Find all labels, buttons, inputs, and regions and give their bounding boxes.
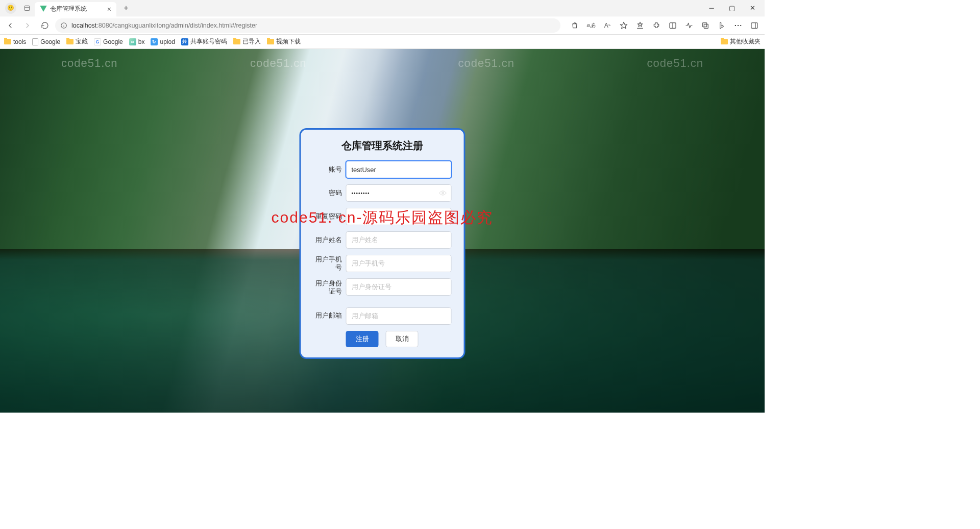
browser-window: 🙂 仓库管理系统 × + ─ ▢ ✕ localhost:8080/cangku… bbox=[0, 0, 765, 413]
bookmark-uplod[interactable]: ↻uplod bbox=[151, 38, 175, 45]
confirm-password-label: 重复密码 bbox=[313, 212, 346, 221]
maximize-button[interactable]: ▢ bbox=[722, 1, 742, 15]
svg-rect-0 bbox=[24, 6, 29, 10]
read-aloud-icon[interactable]: aあ bbox=[584, 18, 598, 33]
bookmarks-bar: tools Google 宝藏 GGoogle ∞bx ↻uplod 共共享账号… bbox=[0, 35, 765, 49]
extensions-icon[interactable] bbox=[649, 18, 664, 33]
bookmark-bx[interactable]: ∞bx bbox=[129, 38, 145, 45]
svg-marker-5 bbox=[620, 22, 627, 29]
bookmark-video-download[interactable]: 视频下载 bbox=[267, 37, 301, 46]
email-label: 用户邮箱 bbox=[313, 311, 346, 320]
new-tab-button[interactable]: + bbox=[119, 2, 133, 15]
sidebar-icon[interactable] bbox=[747, 18, 762, 33]
tab-title: 仓库管理系统 bbox=[50, 5, 87, 13]
close-window-button[interactable]: ✕ bbox=[742, 1, 763, 15]
navbar: localhost:8080/cangkuguanlixitong/admin/… bbox=[0, 16, 765, 35]
minimize-button[interactable]: ─ bbox=[701, 1, 722, 15]
page-content: code51.cn code51.cn code51.cn code51.cn … bbox=[0, 49, 765, 413]
eye-icon[interactable] bbox=[439, 189, 447, 197]
cancel-button[interactable]: 取消 bbox=[386, 331, 419, 347]
svg-rect-10 bbox=[704, 24, 708, 28]
more-menu-icon[interactable]: ⋯ bbox=[731, 18, 745, 33]
password-label: 密码 bbox=[313, 189, 346, 197]
forward-button[interactable] bbox=[20, 18, 35, 33]
close-tab-icon[interactable]: × bbox=[107, 5, 111, 13]
bookmark-google[interactable]: GGoogle bbox=[94, 38, 123, 45]
phone-input[interactable]: 用户手机号 bbox=[346, 255, 452, 272]
tab-overview-icon[interactable] bbox=[21, 3, 33, 14]
password-input[interactable]: •••••••• bbox=[346, 184, 452, 202]
browser-tab[interactable]: 仓库管理系统 × bbox=[35, 2, 116, 16]
form-title: 仓库管理系统注册 bbox=[313, 139, 452, 153]
name-label: 用户姓名 bbox=[313, 236, 346, 244]
bookmark-tools[interactable]: tools bbox=[4, 38, 26, 45]
account-label: 账号 bbox=[313, 165, 346, 174]
bing-icon[interactable] bbox=[715, 18, 729, 33]
phone-label: 用户手机号 bbox=[313, 255, 346, 272]
name-input[interactable]: 用户姓名 bbox=[346, 231, 452, 249]
svg-rect-11 bbox=[751, 22, 757, 28]
shopping-icon[interactable] bbox=[568, 18, 582, 33]
svg-point-13 bbox=[442, 192, 444, 194]
bookmark-other-favorites[interactable]: 其他收藏夹 bbox=[721, 37, 761, 46]
site-info-icon[interactable] bbox=[60, 22, 67, 29]
bookmark-baozang[interactable]: 宝藏 bbox=[66, 37, 88, 46]
idcard-input[interactable]: 用户身份证号 bbox=[346, 278, 452, 296]
vue-favicon bbox=[40, 6, 47, 13]
favorite-icon[interactable] bbox=[617, 18, 631, 33]
register-card: 仓库管理系统注册 账号 testUser 密码 •••••••• 重复密码 用户… bbox=[300, 128, 465, 359]
favorites-list-icon[interactable] bbox=[633, 18, 647, 33]
email-input[interactable]: 用户邮箱 bbox=[346, 307, 452, 325]
register-button[interactable]: 注册 bbox=[346, 331, 379, 347]
url-text: localhost:8080/cangkuguanlixitong/admin/… bbox=[71, 22, 257, 29]
titlebar: 🙂 仓库管理系统 × + ─ ▢ ✕ bbox=[0, 0, 765, 16]
text-size-icon[interactable]: A» bbox=[600, 18, 615, 33]
idcard-label: 用户身份证号 bbox=[313, 278, 346, 296]
bookmark-google-page[interactable]: Google bbox=[32, 38, 60, 45]
performance-icon[interactable] bbox=[682, 18, 696, 33]
bookmark-imported[interactable]: 已导入 bbox=[233, 37, 261, 46]
profile-avatar[interactable]: 🙂 bbox=[5, 3, 16, 14]
account-input[interactable]: testUser bbox=[346, 161, 452, 178]
refresh-button[interactable] bbox=[38, 18, 52, 33]
address-bar[interactable]: localhost:8080/cangkuguanlixitong/admin/… bbox=[55, 18, 560, 33]
split-screen-icon[interactable] bbox=[666, 18, 680, 33]
bookmark-share-account[interactable]: 共共享账号密码 bbox=[181, 37, 227, 46]
svg-rect-9 bbox=[703, 22, 707, 27]
confirm-password-input[interactable] bbox=[346, 208, 452, 225]
collections-icon[interactable] bbox=[698, 18, 713, 33]
back-button[interactable] bbox=[3, 18, 17, 33]
